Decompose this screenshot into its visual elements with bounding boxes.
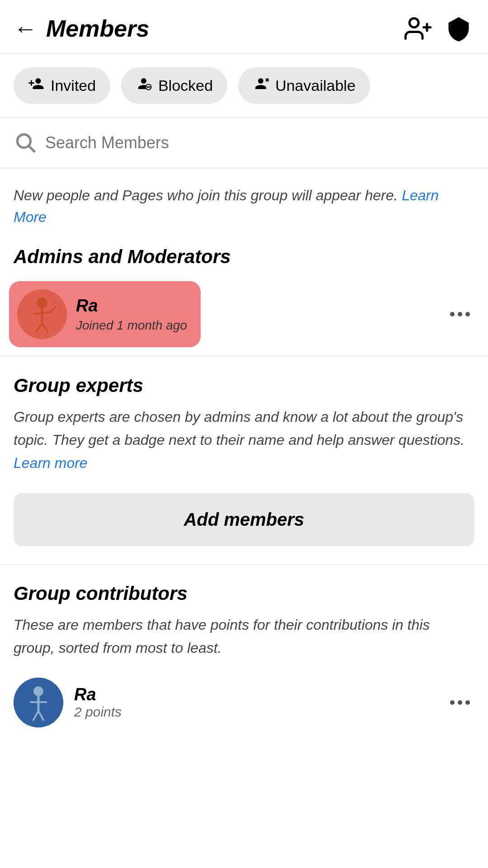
dot3 [465, 312, 470, 316]
avatar [17, 289, 67, 339]
add-members-button[interactable]: Add members [14, 493, 474, 546]
filter-row: Invited Blocked Unavailable [0, 54, 488, 118]
admin-more-options-button[interactable] [446, 307, 474, 321]
filter-blocked-label: Blocked [158, 77, 213, 94]
filter-chip-unavailable[interactable]: Unavailable [238, 67, 370, 104]
page-title: Members [46, 15, 149, 42]
info-text-block: New people and Pages who join this group… [0, 168, 488, 232]
contributor-avatar-image [14, 678, 63, 727]
dot1 [450, 312, 455, 316]
admin-member-card: Ra Joined 1 month ago [0, 277, 488, 352]
person-block-icon [136, 75, 152, 96]
shield-button[interactable] [443, 13, 474, 44]
contributor-avatar [14, 678, 63, 727]
filter-chip-blocked[interactable]: Blocked [121, 67, 227, 104]
search-input[interactable] [45, 133, 474, 152]
svg-point-0 [409, 19, 418, 28]
admin-member-name: Ra [76, 296, 187, 316]
experts-description: Group experts are chosen by admins and k… [0, 406, 488, 484]
cdot2 [458, 700, 462, 705]
contributors-description: These are members that have points for t… [0, 613, 488, 673]
cdot1 [450, 700, 455, 705]
add-user-button[interactable] [402, 13, 434, 44]
info-text: New people and Pages who join this group… [14, 187, 398, 203]
divider-2 [0, 564, 488, 565]
contributor-left: Ra 2 points [14, 678, 122, 727]
search-bar [0, 118, 488, 168]
experts-desc-text: Group experts are chosen by admins and k… [14, 409, 465, 448]
svg-point-18 [33, 686, 43, 696]
experts-learn-more-link[interactable]: Learn more [14, 455, 88, 471]
svg-line-6 [29, 146, 34, 151]
back-button[interactable]: ← [14, 17, 37, 40]
search-icon [14, 131, 36, 155]
contributors-section-title: Group contributors [0, 569, 488, 613]
contributor-more-options-button[interactable] [446, 696, 474, 709]
divider-1 [0, 356, 488, 357]
admin-member-subtitle: Joined 1 month ago [76, 318, 187, 333]
contributor-card: Ra 2 points [0, 673, 488, 732]
header: ← Members [0, 0, 488, 54]
avatar-image [17, 289, 67, 339]
header-icons [402, 13, 474, 44]
shield-icon [445, 15, 472, 42]
experts-section-title: Group experts [0, 361, 488, 406]
admin-member-info: Ra Joined 1 month ago [76, 296, 187, 333]
add-user-icon [404, 15, 432, 42]
person-unavailable-icon [253, 75, 269, 96]
person-add-icon [28, 75, 44, 96]
filter-invited-label: Invited [51, 77, 96, 94]
cdot3 [465, 700, 470, 705]
contributor-subtitle: 2 points [74, 704, 122, 720]
contributor-info: Ra 2 points [74, 685, 122, 720]
admin-card-inner[interactable]: Ra Joined 1 month ago [9, 281, 201, 347]
contributor-name: Ra [74, 685, 122, 704]
filter-chip-invited[interactable]: Invited [14, 67, 110, 104]
admins-section-title: Admins and Moderators [0, 232, 488, 277]
svg-point-8 [37, 297, 47, 308]
filter-unavailable-label: Unavailable [275, 77, 356, 94]
header-left: ← Members [14, 15, 149, 42]
dot2 [458, 312, 462, 316]
